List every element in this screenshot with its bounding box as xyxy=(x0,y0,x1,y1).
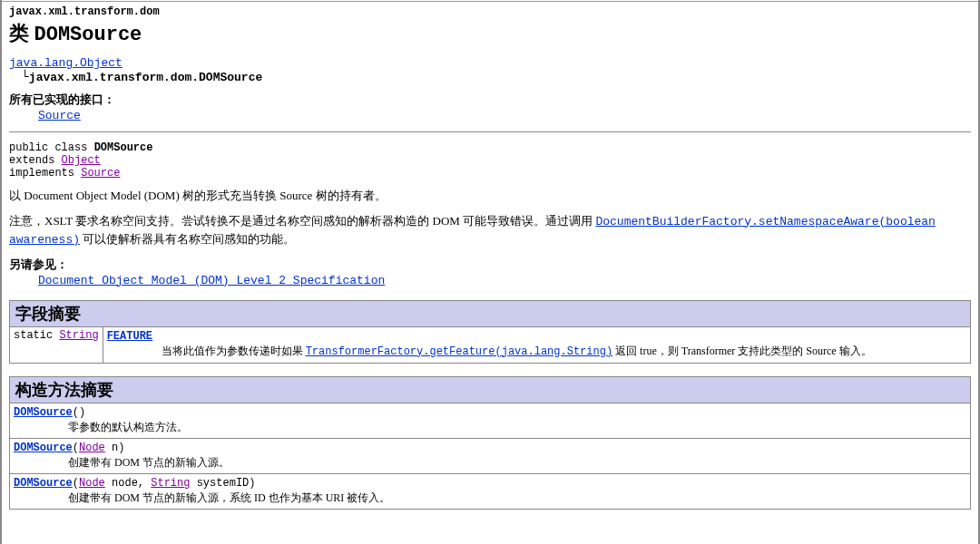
table-row: DOMSource(Node n)创建带有 DOM 节点的新输入源。 xyxy=(10,438,971,473)
field-type-link[interactable]: String xyxy=(59,329,98,342)
divider xyxy=(9,131,971,132)
extends-link[interactable]: Object xyxy=(62,154,101,167)
field-summary-header: 字段摘要 xyxy=(10,300,971,326)
field-description: 当将此值作为参数传递时如果 TransformerFactory.getFeat… xyxy=(107,343,966,361)
field-member-cell: FEATURE 当将此值作为参数传递时如果 TransformerFactory… xyxy=(103,326,970,363)
field-name-link[interactable]: FEATURE xyxy=(107,330,152,343)
constructor-description: 零参数的默认构造方法。 xyxy=(14,419,966,436)
class-name: DOMSource xyxy=(34,24,142,46)
constructor-description: 创建带有 DOM 节点的新输入源。 xyxy=(14,454,966,471)
constructor-name-link[interactable]: DOMSource xyxy=(14,406,73,419)
inheritance-tree: java.lang.Object └javax.xml.transform.do… xyxy=(9,56,971,84)
package-name: javax.xml.transform.dom xyxy=(9,5,971,18)
implements-link[interactable]: Source xyxy=(81,167,120,180)
constructor-cell: DOMSource(Node n)创建带有 DOM 节点的新输入源。 xyxy=(10,438,971,473)
param-type-link[interactable]: String xyxy=(151,477,190,490)
tree-elbow-icon: └ xyxy=(22,70,29,83)
class-declaration: public class DOMSource extends Object im… xyxy=(9,141,971,180)
field-modifiers-cell: static String xyxy=(10,326,103,363)
see-also-link[interactable]: Document Object Model (DOM) Level 2 Spec… xyxy=(38,274,385,287)
class-description-1: 以 Document Object Model (DOM) 树的形式充当转换 S… xyxy=(9,187,971,205)
table-row: static String FEATURE 当将此值作为参数传递时如果 Tran… xyxy=(10,326,971,363)
implemented-interface-link[interactable]: Source xyxy=(38,109,81,122)
field-summary-table: 字段摘要 static String FEATURE 当将此值作为参数传递时如果… xyxy=(9,300,971,364)
constructor-summary-header: 构造方法摘要 xyxy=(10,376,971,403)
class-prefix: 类 xyxy=(9,22,34,44)
constructor-name-link[interactable]: DOMSource xyxy=(14,477,73,490)
constructor-cell: DOMSource()零参数的默认构造方法。 xyxy=(10,403,971,438)
param-type-link[interactable]: Node xyxy=(79,477,105,490)
tree-root-link[interactable]: java.lang.Object xyxy=(9,56,122,70)
implemented-interfaces-label: 所有已实现的接口： xyxy=(9,92,971,108)
tree-child: javax.xml.transform.dom.DOMSource xyxy=(29,71,262,84)
table-row: DOMSource()零参数的默认构造方法。 xyxy=(10,403,971,438)
param-type-link[interactable]: Node xyxy=(79,442,105,454)
constructor-summary-table: 构造方法摘要 DOMSource()零参数的默认构造方法。DOMSource(N… xyxy=(9,376,971,510)
document-body: javax.xml.transform.dom 类 DOMSource java… xyxy=(2,1,978,517)
constructor-cell: DOMSource(Node node, String systemID)创建带… xyxy=(10,474,971,510)
table-row: DOMSource(Node node, String systemID)创建带… xyxy=(10,474,971,510)
getfeature-link[interactable]: TransformerFactory.getFeature(java.lang.… xyxy=(306,345,612,358)
class-title: 类 DOMSource xyxy=(9,20,971,47)
constructor-description: 创建带有 DOM 节点的新输入源，系统 ID 也作为基本 URI 被传入。 xyxy=(14,490,966,507)
document-frame: javax.xml.transform.dom 类 DOMSource java… xyxy=(0,0,980,544)
see-also-label: 另请参见： xyxy=(9,257,971,273)
constructor-name-link[interactable]: DOMSource xyxy=(14,442,73,454)
class-description-2: 注意，XSLT 要求名称空间支持。尝试转换不是通过名称空间感知的解析器构造的 D… xyxy=(9,212,971,249)
